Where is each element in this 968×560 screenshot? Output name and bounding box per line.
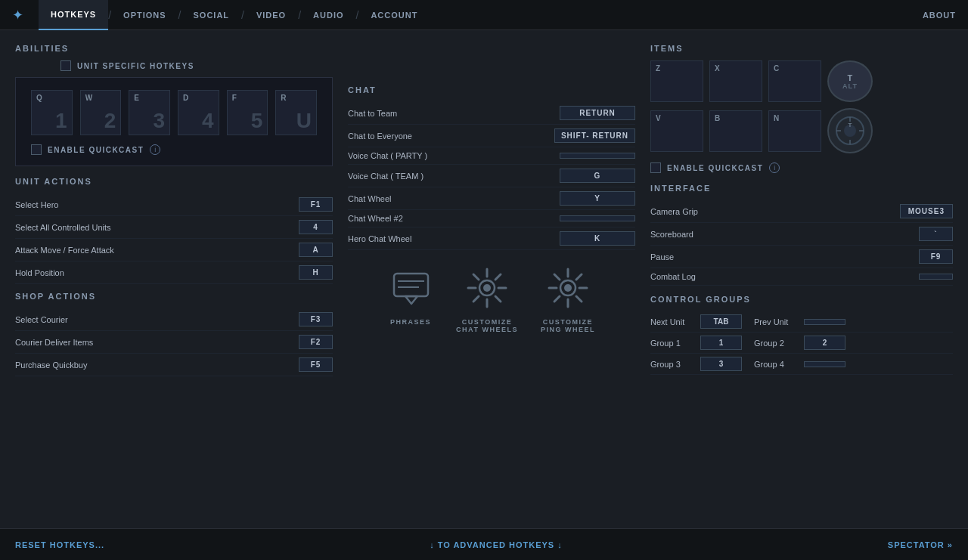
left-column: ABILITIES UNIT SPECIFIC HOTKEYS Q 1 W 2	[15, 44, 333, 384]
svg-line-10	[495, 296, 501, 302]
main-content: ABILITIES UNIT SPECIFIC HOTKEYS Q 1 W 2	[0, 30, 968, 528]
shop-actions-section: SHOP ACTIONS Select Courier F3 Courier D…	[15, 292, 333, 376]
chat-label-4: Chat Wheel	[348, 194, 391, 203]
nav-item-video[interactable]: VIDEO	[244, 0, 298, 30]
chat-key-2[interactable]	[560, 153, 635, 159]
control-groups-section: CONTROL GROUPS Next Unit TAB Prev Unit G…	[650, 295, 953, 375]
action-key-1[interactable]: 4	[299, 220, 333, 234]
info-icon-items[interactable]: i	[769, 162, 780, 173]
interface-key-0[interactable]: MOUSE3	[900, 204, 953, 218]
interface-label-2: Pause	[650, 252, 674, 261]
quickcast-checkbox-items[interactable]	[650, 162, 661, 173]
chat-key-5[interactable]	[560, 215, 635, 221]
shop-actions-title: SHOP ACTIONS	[15, 292, 333, 301]
chat-row-5: Chat Wheel #2	[348, 210, 635, 227]
ability-slot-4[interactable]: F 5	[227, 90, 268, 135]
item-slot-n[interactable]: N	[768, 110, 821, 152]
cg-label-group4: Group 4	[754, 360, 799, 369]
items-section: ITEMS Z X C T ALT	[650, 44, 953, 173]
quickcast-row-items: ENABLE QUICKCAST i	[650, 162, 953, 173]
interface-row-2: Pause F9	[650, 246, 953, 268]
quickcast-label-items: ENABLE QUICKCAST	[667, 164, 763, 172]
shop-label-1: Courier Deliver Items	[15, 338, 93, 347]
phrases-icon	[388, 265, 433, 311]
action-key-3[interactable]: H	[299, 265, 333, 280]
item-slot-v[interactable]: V	[650, 110, 703, 152]
action-label-3: Hold Position	[15, 268, 64, 277]
chat-row-2: Voice Chat ( PARTY )	[348, 147, 635, 165]
nav-item-options[interactable]: OPTIONS	[111, 0, 178, 30]
shop-row-0: Select Courier F3	[15, 308, 333, 331]
action-row-1: Select All Controlled Units 4	[15, 216, 333, 239]
chat-key-6[interactable]: K	[560, 231, 635, 246]
cg-key-group2[interactable]: 2	[804, 336, 845, 350]
abilities-slots: Q 1 W 2 E 3 D 4	[31, 90, 317, 135]
interface-key-2[interactable]: F9	[919, 249, 953, 264]
unit-specific-checkbox[interactable]	[60, 60, 71, 71]
quickcast-label-abilities: ENABLE QUICKCAST	[48, 146, 144, 154]
ability-num-1: 2	[104, 109, 121, 135]
action-row-3: Hold Position H	[15, 261, 333, 284]
customize-chat-wheels-icon	[464, 265, 510, 311]
svg-line-22	[554, 296, 560, 302]
cg-key-group1[interactable]: 1	[700, 336, 742, 350]
chat-label-2: Voice Chat ( PARTY )	[348, 151, 427, 160]
chat-label-5: Chat Wheel #2	[348, 214, 403, 223]
nav-item-account[interactable]: ACCOUNT	[358, 0, 430, 30]
abilities-box: Q 1 W 2 E 3 D 4	[15, 77, 333, 166]
cg-label-group1: Group 1	[650, 339, 696, 348]
item-alt-button-top[interactable]: T ALT	[827, 60, 873, 102]
item-special-slot[interactable]: T	[827, 108, 873, 153]
ability-slot-2[interactable]: E 3	[129, 90, 170, 135]
unit-specific-label: UNIT SPECIFIC HOTKEYS	[77, 62, 194, 70]
shop-key-1[interactable]: F2	[299, 335, 333, 349]
item-alt-label-t: T	[847, 73, 852, 82]
unit-actions-section: UNIT ACTIONS Select Hero F1 Select All C…	[15, 177, 333, 284]
customize-ping-wheel-button[interactable]: CUSTOMIZEPING WHEEL	[541, 265, 595, 333]
spectator-button[interactable]: SPECTATOR »	[888, 540, 953, 549]
chat-key-0[interactable]: RETURN	[560, 106, 635, 120]
ability-slot-0[interactable]: Q 1	[31, 90, 73, 135]
ability-slot-5[interactable]: R U	[275, 90, 317, 135]
shop-key-2[interactable]: F5	[299, 357, 333, 372]
chat-key-4[interactable]: Y	[560, 191, 635, 206]
shop-label-0: Select Courier	[15, 315, 68, 324]
quickcast-checkbox-abilities[interactable]	[31, 144, 42, 155]
svg-line-9	[473, 274, 479, 280]
item-slot-x[interactable]: X	[709, 60, 762, 102]
chat-row-1: Chat to Everyone SHIFT- RETURN	[348, 125, 635, 147]
ability-slot-1[interactable]: W 2	[80, 90, 122, 135]
chat-key-1[interactable]: SHIFT- RETURN	[554, 128, 635, 143]
item-slot-b[interactable]: B	[709, 110, 762, 152]
action-key-2[interactable]: A	[299, 243, 333, 257]
ability-key-5: R	[281, 94, 286, 102]
item-slot-z[interactable]: Z	[650, 60, 703, 102]
info-icon-abilities[interactable]: i	[150, 144, 160, 155]
interface-key-1[interactable]: `	[919, 227, 953, 241]
customize-chat-wheels-button[interactable]: CUSTOMIZECHAT WHEELS	[456, 265, 518, 333]
nav-about[interactable]: ABOUT	[923, 11, 956, 20]
cg-key-prev-unit[interactable]	[804, 319, 845, 325]
cg-key-next-unit[interactable]: TAB	[700, 314, 742, 329]
nav-item-hotkeys[interactable]: HOTKEYS	[39, 0, 108, 30]
chat-label-0: Chat to Team	[348, 109, 397, 118]
ability-key-0: Q	[36, 94, 42, 102]
shop-key-0[interactable]: F3	[299, 312, 333, 326]
middle-column: CHAT Chat to Team RETURN Chat to Everyon…	[348, 44, 635, 384]
ability-slot-3[interactable]: D 4	[178, 90, 219, 135]
nav-item-audio[interactable]: AUDIO	[301, 0, 355, 30]
interface-key-3[interactable]	[919, 274, 953, 280]
cg-key-group4[interactable]	[804, 361, 845, 367]
nav-item-social[interactable]: SOCIAL	[181, 0, 241, 30]
cg-key-group3[interactable]: 3	[700, 357, 742, 371]
ability-num-3: 4	[202, 109, 219, 135]
item-key-n: N	[774, 114, 779, 122]
reset-hotkeys-button[interactable]: RESET HOTKEYS...	[15, 540, 104, 549]
action-key-0[interactable]: F1	[299, 197, 333, 212]
phrases-button[interactable]: PHRASES	[388, 265, 433, 326]
item-slot-c[interactable]: C	[768, 60, 821, 102]
advanced-hotkeys-button[interactable]: ↓ TO ADVANCED HOTKEYS ↓	[430, 540, 563, 549]
nav-items: HOTKEYS / OPTIONS / SOCIAL / VIDEO / AUD…	[39, 0, 923, 30]
chat-row-6: Hero Chat Wheel K	[348, 227, 635, 250]
chat-key-3[interactable]: G	[560, 169, 635, 183]
